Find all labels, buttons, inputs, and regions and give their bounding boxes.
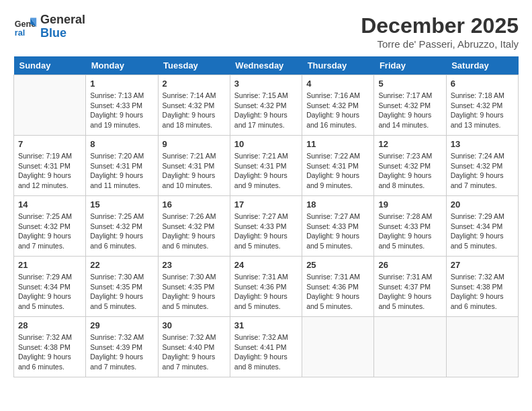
weekday-header-row: SundayMondayTuesdayWednesdayThursdayFrid… bbox=[14, 56, 519, 75]
day-cell: 2Sunrise: 7:14 AM Sunset: 4:32 PM Daylig… bbox=[158, 75, 230, 136]
day-number: 4 bbox=[306, 79, 369, 89]
day-cell: 19Sunrise: 7:28 AM Sunset: 4:33 PM Dayli… bbox=[374, 196, 446, 257]
day-number: 5 bbox=[378, 79, 441, 89]
calendar-table: SundayMondayTuesdayWednesdayThursdayFrid… bbox=[13, 56, 519, 377]
day-number: 11 bbox=[306, 139, 369, 149]
day-cell: 29Sunrise: 7:32 AM Sunset: 4:39 PM Dayli… bbox=[86, 317, 158, 377]
day-info: Sunrise: 7:19 AM Sunset: 4:31 PM Dayligh… bbox=[18, 151, 81, 191]
day-info: Sunrise: 7:31 AM Sunset: 4:37 PM Dayligh… bbox=[378, 272, 441, 312]
day-info: Sunrise: 7:26 AM Sunset: 4:32 PM Dayligh… bbox=[163, 212, 226, 251]
day-cell: 5Sunrise: 7:17 AM Sunset: 4:32 PM Daylig… bbox=[374, 75, 446, 136]
day-cell: 4Sunrise: 7:16 AM Sunset: 4:32 PM Daylig… bbox=[302, 75, 374, 136]
location-title: Torre de' Passeri, Abruzzo, Italy bbox=[361, 38, 519, 50]
day-info: Sunrise: 7:22 AM Sunset: 4:31 PM Dayligh… bbox=[306, 151, 369, 191]
day-info: Sunrise: 7:27 AM Sunset: 4:33 PM Dayligh… bbox=[306, 212, 369, 251]
day-number: 17 bbox=[234, 199, 298, 210]
day-info: Sunrise: 7:15 AM Sunset: 4:32 PM Dayligh… bbox=[234, 91, 298, 130]
day-info: Sunrise: 7:20 AM Sunset: 4:31 PM Dayligh… bbox=[90, 151, 153, 191]
day-cell: 20Sunrise: 7:29 AM Sunset: 4:34 PM Dayli… bbox=[446, 196, 518, 257]
day-info: Sunrise: 7:21 AM Sunset: 4:31 PM Dayligh… bbox=[234, 151, 298, 191]
day-number: 22 bbox=[90, 260, 153, 270]
day-number: 9 bbox=[163, 139, 226, 149]
day-number: 20 bbox=[451, 199, 514, 210]
day-info: Sunrise: 7:32 AM Sunset: 4:41 PM Dayligh… bbox=[234, 332, 298, 372]
day-cell: 31Sunrise: 7:32 AM Sunset: 4:41 PM Dayli… bbox=[230, 317, 302, 377]
day-info: Sunrise: 7:29 AM Sunset: 4:34 PM Dayligh… bbox=[18, 272, 81, 312]
day-number: 23 bbox=[163, 260, 226, 270]
day-cell: 23Sunrise: 7:30 AM Sunset: 4:35 PM Dayli… bbox=[158, 257, 230, 317]
day-number: 6 bbox=[451, 79, 514, 89]
day-cell: 15Sunrise: 7:25 AM Sunset: 4:32 PM Dayli… bbox=[86, 196, 158, 257]
day-number: 16 bbox=[163, 199, 226, 210]
day-number: 30 bbox=[163, 320, 226, 330]
page-header: Gene ral General Blue December 2025 Torr… bbox=[13, 13, 519, 50]
day-info: Sunrise: 7:32 AM Sunset: 4:39 PM Dayligh… bbox=[90, 332, 153, 372]
day-cell: 9Sunrise: 7:21 AM Sunset: 4:31 PM Daylig… bbox=[158, 136, 230, 196]
day-info: Sunrise: 7:23 AM Sunset: 4:32 PM Dayligh… bbox=[378, 151, 441, 191]
week-row-3: 14Sunrise: 7:25 AM Sunset: 4:32 PM Dayli… bbox=[14, 196, 519, 257]
day-info: Sunrise: 7:27 AM Sunset: 4:33 PM Dayligh… bbox=[234, 212, 298, 251]
day-info: Sunrise: 7:14 AM Sunset: 4:32 PM Dayligh… bbox=[163, 91, 226, 130]
day-info: Sunrise: 7:30 AM Sunset: 4:35 PM Dayligh… bbox=[90, 272, 153, 312]
day-cell bbox=[446, 317, 518, 377]
day-number: 3 bbox=[234, 79, 298, 89]
day-info: Sunrise: 7:25 AM Sunset: 4:32 PM Dayligh… bbox=[18, 212, 81, 251]
day-info: Sunrise: 7:32 AM Sunset: 4:38 PM Dayligh… bbox=[451, 272, 514, 312]
weekday-header-wednesday: Wednesday bbox=[230, 56, 302, 75]
weekday-header-sunday: Sunday bbox=[14, 56, 86, 75]
day-info: Sunrise: 7:31 AM Sunset: 4:36 PM Dayligh… bbox=[306, 272, 369, 312]
logo-line1: General bbox=[40, 13, 85, 27]
day-number: 26 bbox=[378, 260, 441, 270]
day-cell: 13Sunrise: 7:24 AM Sunset: 4:32 PM Dayli… bbox=[446, 136, 518, 196]
day-cell bbox=[374, 317, 446, 377]
day-number: 2 bbox=[163, 79, 226, 89]
day-number: 25 bbox=[306, 260, 369, 270]
day-info: Sunrise: 7:32 AM Sunset: 4:38 PM Dayligh… bbox=[18, 332, 81, 372]
day-cell: 8Sunrise: 7:20 AM Sunset: 4:31 PM Daylig… bbox=[86, 136, 158, 196]
weekday-header-tuesday: Tuesday bbox=[158, 56, 230, 75]
day-cell: 24Sunrise: 7:31 AM Sunset: 4:36 PM Dayli… bbox=[230, 257, 302, 317]
day-number: 31 bbox=[234, 320, 298, 330]
day-number: 24 bbox=[234, 260, 298, 270]
day-cell: 25Sunrise: 7:31 AM Sunset: 4:36 PM Dayli… bbox=[302, 257, 374, 317]
weekday-header-monday: Monday bbox=[86, 56, 158, 75]
day-info: Sunrise: 7:21 AM Sunset: 4:31 PM Dayligh… bbox=[163, 151, 226, 191]
day-info: Sunrise: 7:32 AM Sunset: 4:40 PM Dayligh… bbox=[163, 332, 226, 372]
day-info: Sunrise: 7:30 AM Sunset: 4:35 PM Dayligh… bbox=[163, 272, 226, 312]
week-row-1: 1Sunrise: 7:13 AM Sunset: 4:33 PM Daylig… bbox=[14, 75, 519, 136]
day-number: 12 bbox=[378, 139, 441, 149]
day-cell: 28Sunrise: 7:32 AM Sunset: 4:38 PM Dayli… bbox=[14, 317, 86, 377]
day-cell: 27Sunrise: 7:32 AM Sunset: 4:38 PM Dayli… bbox=[446, 257, 518, 317]
day-number: 15 bbox=[90, 199, 153, 210]
day-cell: 14Sunrise: 7:25 AM Sunset: 4:32 PM Dayli… bbox=[14, 196, 86, 257]
weekday-header-thursday: Thursday bbox=[302, 56, 374, 75]
day-number: 21 bbox=[18, 260, 81, 270]
day-cell: 7Sunrise: 7:19 AM Sunset: 4:31 PM Daylig… bbox=[14, 136, 86, 196]
day-cell: 18Sunrise: 7:27 AM Sunset: 4:33 PM Dayli… bbox=[302, 196, 374, 257]
day-cell: 22Sunrise: 7:30 AM Sunset: 4:35 PM Dayli… bbox=[86, 257, 158, 317]
logo: Gene ral General Blue bbox=[13, 13, 85, 40]
day-cell bbox=[14, 75, 86, 136]
day-cell: 3Sunrise: 7:15 AM Sunset: 4:32 PM Daylig… bbox=[230, 75, 302, 136]
day-cell: 11Sunrise: 7:22 AM Sunset: 4:31 PM Dayli… bbox=[302, 136, 374, 196]
day-number: 19 bbox=[378, 199, 441, 210]
day-number: 28 bbox=[18, 320, 81, 330]
day-number: 29 bbox=[90, 320, 153, 330]
day-cell: 21Sunrise: 7:29 AM Sunset: 4:34 PM Dayli… bbox=[14, 257, 86, 317]
title-area: December 2025 Torre de' Passeri, Abruzzo… bbox=[361, 13, 519, 50]
day-number: 13 bbox=[451, 139, 514, 149]
logo-line2: Blue bbox=[40, 27, 85, 40]
day-cell: 12Sunrise: 7:23 AM Sunset: 4:32 PM Dayli… bbox=[374, 136, 446, 196]
day-number: 14 bbox=[18, 199, 81, 210]
day-info: Sunrise: 7:29 AM Sunset: 4:34 PM Dayligh… bbox=[451, 212, 514, 251]
day-number: 8 bbox=[90, 139, 153, 149]
day-cell: 1Sunrise: 7:13 AM Sunset: 4:33 PM Daylig… bbox=[86, 75, 158, 136]
day-info: Sunrise: 7:17 AM Sunset: 4:32 PM Dayligh… bbox=[378, 91, 441, 130]
day-info: Sunrise: 7:28 AM Sunset: 4:33 PM Dayligh… bbox=[378, 212, 441, 251]
day-cell: 30Sunrise: 7:32 AM Sunset: 4:40 PM Dayli… bbox=[158, 317, 230, 377]
day-number: 10 bbox=[234, 139, 298, 149]
day-cell: 17Sunrise: 7:27 AM Sunset: 4:33 PM Dayli… bbox=[230, 196, 302, 257]
day-info: Sunrise: 7:24 AM Sunset: 4:32 PM Dayligh… bbox=[451, 151, 514, 191]
day-info: Sunrise: 7:18 AM Sunset: 4:32 PM Dayligh… bbox=[451, 91, 514, 130]
day-number: 27 bbox=[451, 260, 514, 270]
